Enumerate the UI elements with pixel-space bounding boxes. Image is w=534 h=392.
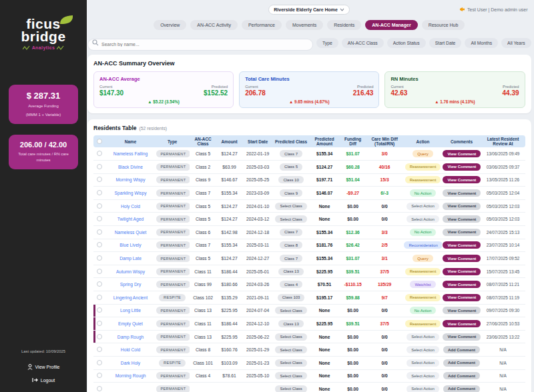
row-checkbox[interactable] bbox=[97, 255, 102, 261]
comments-button[interactable]: View Comment bbox=[443, 294, 481, 301]
resident-name-link[interactable]: Morning Rough bbox=[115, 373, 146, 378]
action-select[interactable]: Query bbox=[413, 150, 433, 157]
action-select[interactable]: Select Action bbox=[407, 359, 439, 367]
action-select[interactable]: Reconsideration bbox=[404, 241, 442, 249]
resident-name-link[interactable]: Nameless Falling bbox=[113, 151, 148, 156]
predicted-class-select[interactable]: Class 5 bbox=[280, 163, 302, 171]
predicted-class-select[interactable]: Class 4 bbox=[280, 281, 302, 288]
comments-button[interactable]: View Comment bbox=[443, 320, 481, 327]
select-all-checkbox[interactable] bbox=[97, 139, 102, 144]
action-select[interactable]: Reassessment bbox=[405, 294, 441, 301]
row-checkbox[interactable] bbox=[97, 281, 102, 287]
predicted-class-select[interactable]: Class 9 bbox=[280, 189, 302, 197]
action-select[interactable]: Reassessment bbox=[405, 268, 441, 275]
tab-residents[interactable]: Residents bbox=[327, 20, 361, 30]
predicted-class-select[interactable]: Select Class bbox=[275, 359, 306, 367]
filter-anacc-class[interactable]: AN-ACC Class bbox=[342, 38, 384, 48]
predicted-class-select[interactable]: Class 7 bbox=[280, 150, 302, 157]
predicted-class-select[interactable]: Select Class bbox=[275, 307, 306, 314]
action-select[interactable]: Watchlist bbox=[410, 281, 435, 288]
comments-button[interactable]: View Comment bbox=[443, 241, 481, 249]
action-select[interactable]: Reassessment bbox=[405, 176, 441, 183]
action-select[interactable]: Select Action bbox=[407, 333, 439, 341]
action-select[interactable]: Select Action bbox=[407, 346, 439, 353]
action-select[interactable]: No Action bbox=[410, 307, 437, 314]
predicted-class-select[interactable]: Select Class bbox=[275, 385, 306, 392]
row-checkbox[interactable] bbox=[97, 295, 102, 300]
row-checkbox[interactable] bbox=[97, 269, 102, 274]
action-select[interactable]: Query bbox=[413, 255, 433, 262]
view-profile-button[interactable]: View Profile bbox=[0, 364, 87, 370]
comments-button[interactable]: View Comment bbox=[443, 307, 481, 314]
resident-name-link[interactable]: Damp Late bbox=[119, 256, 142, 261]
action-select[interactable]: Select Action bbox=[407, 372, 439, 379]
action-select[interactable]: No Action bbox=[410, 229, 437, 236]
row-checkbox[interactable] bbox=[97, 373, 102, 378]
resident-name-link[interactable]: Blue Lively bbox=[119, 243, 141, 247]
comments-button[interactable]: View Comment bbox=[443, 229, 481, 236]
resident-name-link[interactable]: Dark Holy bbox=[121, 361, 140, 365]
predicted-class-select[interactable]: Select Class bbox=[275, 215, 306, 223]
predicted-class-select[interactable]: Class 7 bbox=[280, 229, 302, 236]
predicted-class-select[interactable]: Class 103 bbox=[278, 294, 305, 301]
row-checkbox[interactable] bbox=[97, 334, 102, 339]
action-select[interactable]: Reassessment bbox=[405, 163, 441, 171]
facility-selector[interactable]: Riverside Elderly Care Home bbox=[268, 5, 350, 15]
action-select[interactable]: No Action bbox=[410, 189, 437, 197]
comments-button[interactable]: View Comment bbox=[443, 268, 481, 275]
tab-anacc-manager[interactable]: AN-ACC Manager bbox=[365, 20, 417, 30]
action-select[interactable]: Select Action bbox=[407, 385, 439, 392]
row-checkbox[interactable] bbox=[97, 242, 102, 247]
comments-button[interactable]: Add Comment bbox=[443, 359, 480, 367]
resident-name-link[interactable]: Nameless Quiet bbox=[115, 230, 147, 235]
row-checkbox[interactable] bbox=[97, 216, 102, 221]
action-select[interactable]: Reassessment bbox=[405, 320, 441, 327]
comments-button[interactable]: View Comment bbox=[443, 163, 481, 171]
predicted-class-select[interactable]: Class 8 bbox=[280, 241, 302, 249]
row-checkbox[interactable] bbox=[97, 386, 102, 391]
tab-overview[interactable]: Overview bbox=[154, 20, 186, 30]
row-checkbox[interactable] bbox=[97, 203, 102, 209]
search-input[interactable] bbox=[87, 39, 313, 51]
tab-movements[interactable]: Movements bbox=[286, 20, 323, 30]
row-checkbox[interactable] bbox=[97, 151, 102, 156]
comments-button[interactable]: View Comment bbox=[443, 203, 481, 210]
predicted-class-select[interactable]: Class 13 bbox=[278, 268, 303, 275]
filter-all-months[interactable]: All Months bbox=[465, 38, 498, 48]
predicted-class-select[interactable]: Select Class bbox=[275, 346, 306, 353]
resident-name-link[interactable]: Sparkling Wispy bbox=[115, 191, 147, 195]
comments-button[interactable]: View Comment bbox=[443, 215, 481, 223]
tab-anacc-activity[interactable]: AN-ACC Activity bbox=[190, 20, 238, 30]
comments-button[interactable]: View Comment bbox=[443, 333, 481, 341]
resident-name-link[interactable]: Black Divine bbox=[118, 165, 143, 169]
predicted-class-select[interactable]: Class 7 bbox=[280, 255, 302, 262]
filter-all-years[interactable]: All Years bbox=[501, 38, 531, 48]
resident-name-link[interactable]: Holy Cold bbox=[121, 204, 140, 209]
comments-button[interactable]: Add Comment bbox=[443, 372, 480, 379]
comments-button[interactable]: View Comment bbox=[443, 150, 481, 157]
filter-type[interactable]: Type bbox=[316, 38, 338, 48]
resident-name-link[interactable]: Hold Cold bbox=[121, 347, 140, 352]
predicted-class-select[interactable]: Select Class bbox=[275, 372, 306, 379]
filter-start-date[interactable]: Start Date bbox=[429, 38, 462, 48]
predicted-class-select[interactable]: Select Class bbox=[275, 203, 306, 210]
row-checkbox[interactable] bbox=[97, 229, 102, 235]
resident-name-link[interactable]: Long Little bbox=[120, 308, 141, 313]
row-checkbox[interactable] bbox=[97, 360, 102, 365]
tab-performance[interactable]: Performance bbox=[242, 20, 282, 30]
filter-action-status[interactable]: Action Status bbox=[387, 38, 426, 48]
row-checkbox[interactable] bbox=[97, 177, 102, 182]
row-checkbox[interactable] bbox=[97, 321, 102, 326]
row-checkbox[interactable] bbox=[97, 307, 102, 313]
comments-button[interactable]: View Comment bbox=[443, 255, 481, 262]
tab-resource-hub[interactable]: Resource Hub bbox=[422, 20, 465, 30]
row-checkbox[interactable] bbox=[97, 347, 102, 352]
action-select[interactable]: Select Action bbox=[407, 203, 439, 210]
comments-button[interactable]: View Comment bbox=[443, 281, 481, 288]
resident-name-link[interactable]: Autumn Wispy bbox=[116, 269, 145, 274]
comments-button[interactable]: View Comment bbox=[443, 189, 481, 197]
resident-name-link[interactable]: Morning Wispy bbox=[115, 177, 145, 182]
resident-name-link[interactable]: Spring Dry bbox=[120, 282, 142, 287]
row-checkbox[interactable] bbox=[97, 164, 102, 169]
comments-button[interactable]: Add Comment bbox=[443, 346, 480, 353]
